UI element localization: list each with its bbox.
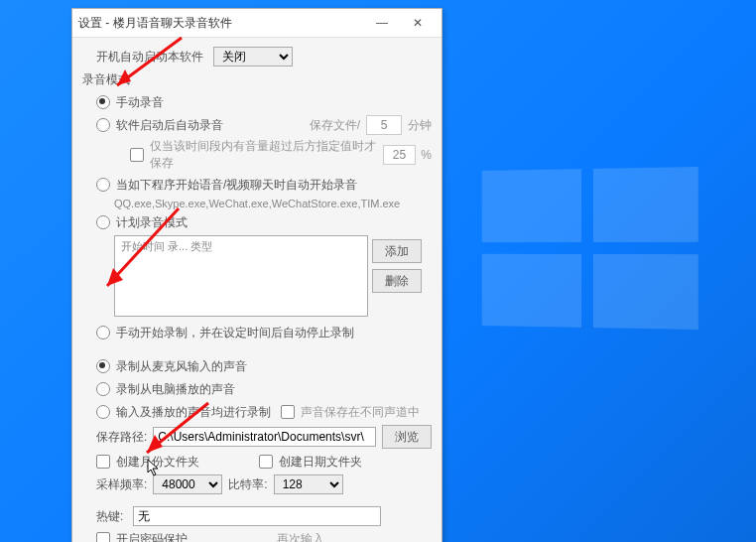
radio-autostart[interactable] (96, 118, 110, 132)
check-only-volume[interactable] (130, 148, 144, 162)
check-sep-channel[interactable] (281, 405, 295, 419)
radio-mic-label: 录制从麦克风输入的声音 (116, 358, 247, 375)
check-month-folder[interactable] (96, 455, 110, 469)
radio-onapp-label: 当如下程序开始语音/视频聊天时自动开始录音 (116, 177, 357, 194)
volume-value[interactable]: 25 (383, 145, 416, 165)
autostart-combo[interactable]: 关闭 (213, 47, 293, 67)
check-date-folder-label: 创建日期文件夹 (279, 454, 362, 471)
save-every-value[interactable]: 5 (366, 115, 402, 135)
radio-speaker-label: 录制从电脑播放的声音 (116, 381, 235, 398)
hotkey-label: 热键: (96, 508, 123, 525)
bitrate-label: 比特率: (228, 476, 267, 493)
app-list: QQ.exe,Skype.exe,WeChat.exe,WeChatStore.… (114, 198, 432, 209)
radio-manualstop-label: 手动开始录制，并在设定时间后自动停止录制 (116, 325, 354, 341)
add-button[interactable]: 添加 (372, 239, 422, 263)
hotkey-input[interactable] (133, 506, 381, 526)
settings-dialog: 设置 - 楼月语音聊天录音软件 — ✕ 开机自动启动本软件 关闭 录音模式 手动… (71, 8, 442, 542)
windows-logo (482, 167, 698, 330)
autostart-label: 开机自动启动本软件 (96, 49, 203, 66)
check-pwd-label: 开启密码保护 (116, 531, 188, 543)
desktop: 设置 - 楼月语音聊天录音软件 — ✕ 开机自动启动本软件 关闭 录音模式 手动… (0, 0, 756, 542)
window-title: 设置 - 楼月语音聊天录音软件 (78, 15, 364, 32)
radio-both[interactable] (96, 405, 110, 419)
check-date-folder[interactable] (259, 455, 273, 469)
recmode-section: 录音模式 (82, 71, 130, 88)
save-every-unit: 分钟 (408, 117, 432, 134)
radio-schedule[interactable] (96, 215, 110, 229)
bitrate-combo[interactable]: 128 (274, 474, 343, 494)
schedule-listbox[interactable]: 开始时间 录... 类型 (114, 235, 368, 317)
check-only-volume-label: 仅当该时间段内有音量超过后方指定值时才保存 (150, 138, 377, 172)
rate-combo[interactable]: 48000 (153, 474, 222, 494)
volume-unit: % (421, 148, 432, 162)
radio-manual-label: 手动录音 (116, 94, 164, 111)
check-sep-channel-label: 声音保存在不同声道中 (301, 404, 420, 421)
radio-manualstop[interactable] (96, 326, 110, 339)
radio-speaker[interactable] (96, 382, 110, 396)
rate-label: 采样频率: (96, 476, 147, 493)
delete-button[interactable]: 删除 (372, 269, 422, 293)
path-input[interactable] (153, 427, 376, 447)
schedule-list-header: 开始时间 录... 类型 (121, 240, 212, 252)
radio-manual[interactable] (96, 95, 110, 109)
radio-autostart-label: 软件启动后自动录音 (116, 117, 223, 134)
check-month-folder-label: 创建月份文件夹 (116, 454, 199, 471)
pwd-again-label: 再次输入 (277, 531, 324, 543)
path-label: 保存路径: (96, 429, 147, 446)
radio-both-label: 输入及播放的声音均进行录制 (116, 404, 271, 421)
radio-mic[interactable] (96, 359, 110, 373)
dialog-body: 开机自动启动本软件 关闭 录音模式 手动录音 软件启动后自动录音 保存文件/ 5 (72, 38, 441, 542)
minimize-button[interactable]: — (364, 9, 400, 37)
check-pwd[interactable] (96, 532, 110, 542)
radio-onapp[interactable] (96, 178, 110, 192)
save-every-label: 保存文件/ (310, 117, 360, 134)
radio-schedule-label: 计划录音模式 (116, 214, 188, 231)
browse-button[interactable]: 浏览 (382, 425, 432, 449)
close-button[interactable]: ✕ (400, 9, 436, 37)
titlebar[interactable]: 设置 - 楼月语音聊天录音软件 — ✕ (72, 9, 441, 38)
